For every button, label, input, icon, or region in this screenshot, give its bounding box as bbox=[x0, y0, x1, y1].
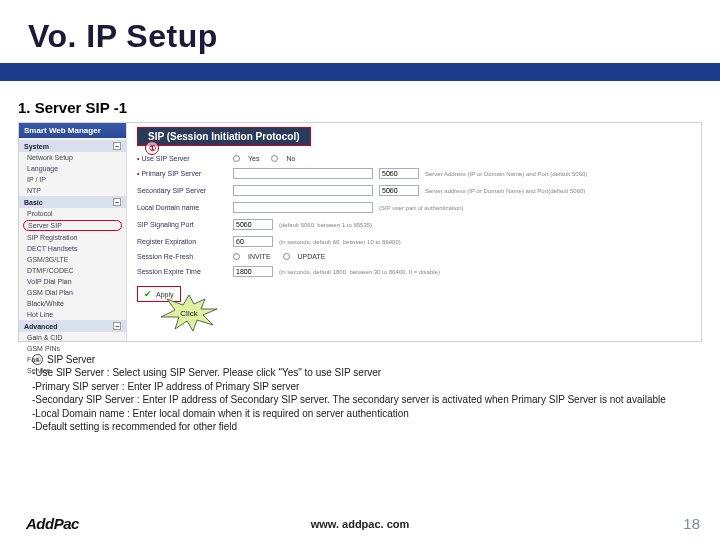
sidebar-item[interactable]: Network Setup bbox=[19, 152, 126, 163]
sidebar-section-advanced[interactable]: Advanced− bbox=[19, 320, 126, 332]
sig-port-input[interactable] bbox=[233, 219, 273, 230]
primary-server-input[interactable] bbox=[233, 168, 373, 179]
sidebar: Smart Web Manager System− Network Setup … bbox=[19, 123, 127, 341]
panel-title-highlight: SIP (Session Initiation Protocol) bbox=[137, 127, 311, 146]
minus-icon: − bbox=[113, 322, 121, 330]
screenshot: Smart Web Manager System− Network Setup … bbox=[18, 122, 702, 342]
sidebar-item[interactable]: DECT Handsets bbox=[19, 243, 126, 254]
note-line: -Local Domain name : Enter local domain … bbox=[32, 407, 698, 421]
sidebar-item[interactable]: VoIP Dial Plan bbox=[19, 276, 126, 287]
domain-input[interactable] bbox=[233, 202, 373, 213]
click-callout: Click bbox=[159, 295, 219, 331]
label-sig-port: SIP Signaling Port bbox=[137, 221, 227, 228]
secondary-port-input[interactable] bbox=[379, 185, 419, 196]
label-use-sip: Use SIP Server bbox=[137, 155, 227, 162]
label-domain: Local Domain name bbox=[137, 204, 227, 211]
note-line: -Secondary SIP Server : Enter IP address… bbox=[32, 393, 698, 407]
label-secondary: Secondary SIP Server bbox=[137, 187, 227, 194]
sidebar-section-system[interactable]: System− bbox=[19, 140, 126, 152]
sidebar-item[interactable]: Gain & CID bbox=[19, 332, 126, 343]
sidebar-item[interactable]: IP / IP bbox=[19, 174, 126, 185]
hint: Server Address (IP or Domain Name) and P… bbox=[425, 171, 587, 177]
hint: (in seconds, default 1800, between 30 to… bbox=[279, 269, 440, 275]
radio-invite[interactable] bbox=[233, 253, 240, 260]
slide-title: Vo. IP Setup bbox=[28, 18, 720, 55]
accent-band bbox=[0, 63, 720, 81]
radio-yes[interactable] bbox=[233, 155, 240, 162]
sidebar-item[interactable]: Service bbox=[19, 365, 126, 376]
hint: (default 5060, between 1 to 65535) bbox=[279, 222, 372, 228]
page-number: 18 bbox=[683, 515, 700, 532]
minus-icon: − bbox=[113, 198, 121, 206]
sidebar-item[interactable]: Language bbox=[19, 163, 126, 174]
label-primary: Primary SIP Server bbox=[137, 170, 227, 177]
label-session: Session Re-Fresh bbox=[137, 253, 227, 260]
sidebar-item[interactable]: Protocol bbox=[19, 208, 126, 219]
label-expire: Register Expiration bbox=[137, 238, 227, 245]
hint: Server address (IP or Domain Name) and P… bbox=[425, 188, 585, 194]
hint: (in seconds, default 60, between 10 to 8… bbox=[279, 239, 401, 245]
footer-url: www. addpac. com bbox=[0, 518, 720, 530]
sidebar-item[interactable]: Black/White bbox=[19, 298, 126, 309]
sidebar-item[interactable]: Hot Line bbox=[19, 309, 126, 320]
panel-title: SIP (Session Initiation Protocol) bbox=[138, 128, 310, 145]
sidebar-item[interactable]: SIP Registration bbox=[19, 232, 126, 243]
sidebar-item[interactable]: NTP bbox=[19, 185, 126, 196]
secondary-server-input[interactable] bbox=[233, 185, 373, 196]
sidebar-item[interactable]: DTMF/CODEC bbox=[19, 265, 126, 276]
session-time-input[interactable] bbox=[233, 266, 273, 277]
sidebar-item[interactable]: GSM/3G/LTE bbox=[19, 254, 126, 265]
note-line: -Use SIP Server : Select using SIP Serve… bbox=[32, 366, 698, 380]
sidebar-brand: Smart Web Manager bbox=[19, 123, 126, 138]
note-line: -Primary SIP server : Enter IP address o… bbox=[32, 380, 698, 394]
label-session-time: Session Expire Time bbox=[137, 268, 227, 275]
sidebar-section-basic[interactable]: Basic− bbox=[19, 196, 126, 208]
note-line: -Default setting is recommended for othe… bbox=[32, 420, 698, 434]
sidebar-item-server-sip[interactable]: Server SIP bbox=[23, 220, 122, 231]
check-icon: ✔ bbox=[144, 289, 152, 299]
section-heading: 1. Server SIP -1 bbox=[0, 81, 720, 122]
radio-update[interactable] bbox=[283, 253, 290, 260]
sidebar-item[interactable]: Fax bbox=[19, 354, 126, 365]
minus-icon: − bbox=[113, 142, 121, 150]
sidebar-item[interactable]: GSM Dial Plan bbox=[19, 287, 126, 298]
sidebar-item[interactable]: GSM PINs bbox=[19, 343, 126, 354]
hint: (SIP user part of authentication) bbox=[379, 205, 464, 211]
annotation-marker-1: ① bbox=[145, 141, 159, 155]
radio-no[interactable] bbox=[271, 155, 278, 162]
primary-port-input[interactable] bbox=[379, 168, 419, 179]
expire-input[interactable] bbox=[233, 236, 273, 247]
